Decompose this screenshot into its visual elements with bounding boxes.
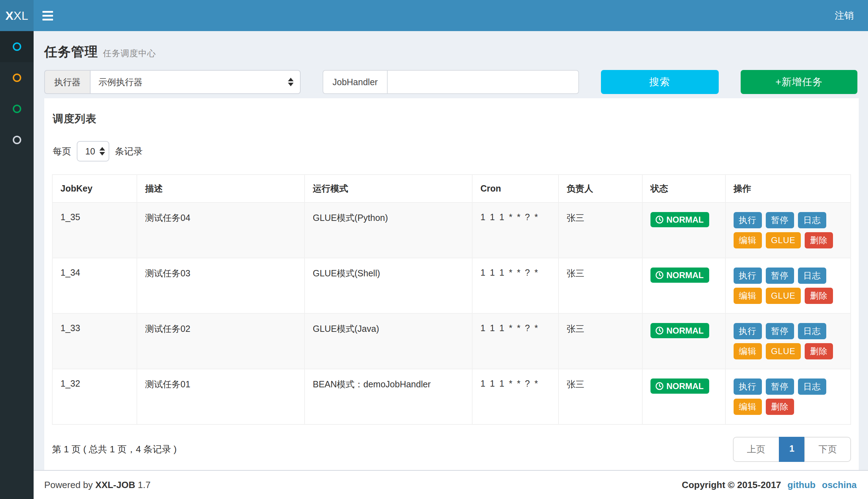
sidebar-item-2[interactable] bbox=[0, 62, 34, 93]
job-table: JobKey描述运行模式Cron负责人状态操作 1_35测试任务04GLUE模式… bbox=[52, 174, 851, 425]
main-footer: Powered by XXL-JOB 1.7 Copyright © 2015-… bbox=[34, 470, 868, 499]
sidebar-item-4[interactable] bbox=[0, 124, 34, 155]
edit-button[interactable]: 编辑 bbox=[734, 232, 762, 248]
sidebar-item-1[interactable] bbox=[0, 31, 34, 62]
column-header: 描述 bbox=[137, 175, 305, 202]
executor-filter-group: 执行器 示例执行器 bbox=[44, 70, 301, 94]
run-button[interactable]: 执行 bbox=[734, 323, 762, 339]
prev-page-button[interactable]: 上页 bbox=[733, 437, 780, 462]
pause-button[interactable]: 暂停 bbox=[766, 323, 794, 339]
executor-label: 执行器 bbox=[44, 70, 90, 94]
job-actions: 执行暂停日志编辑GLUE删除 bbox=[734, 268, 843, 304]
log-button[interactable]: 日志 bbox=[798, 268, 826, 284]
column-header: Cron bbox=[472, 175, 559, 202]
delete-button[interactable]: 删除 bbox=[805, 288, 833, 304]
search-button[interactable]: 搜索 bbox=[601, 70, 719, 94]
executor-select[interactable]: 示例执行器 bbox=[90, 70, 301, 94]
pager: 上页 1 下页 bbox=[733, 437, 851, 462]
job-cron: 1 1 1 * * ? * bbox=[472, 313, 559, 369]
delete-button[interactable]: 删除 bbox=[805, 343, 833, 359]
jobhandler-input[interactable] bbox=[387, 70, 579, 94]
job-actions: 执行暂停日志编辑删除 bbox=[734, 378, 843, 415]
pause-button[interactable]: 暂停 bbox=[766, 212, 794, 228]
content-header: 任务管理任务调度中心 bbox=[34, 31, 868, 70]
edit-button[interactable]: 编辑 bbox=[734, 343, 762, 359]
github-link[interactable]: github bbox=[787, 480, 815, 491]
job-actions-cell: 执行暂停日志编辑GLUE删除 bbox=[725, 202, 851, 258]
table-row: 1_33测试任务02GLUE模式(Java)1 1 1 * * ? *张三NOR… bbox=[52, 313, 851, 369]
clock-icon bbox=[655, 271, 664, 280]
circle-icon bbox=[13, 136, 21, 144]
product-name: XXL-JOB bbox=[96, 480, 135, 490]
logo-text-bold: X bbox=[5, 9, 13, 23]
job-key: 1_33 bbox=[52, 313, 137, 369]
delete-button[interactable]: 删除 bbox=[766, 399, 794, 415]
job-mode: GLUE模式(Shell) bbox=[305, 258, 472, 313]
logout-link[interactable]: 注销 bbox=[821, 0, 868, 31]
log-button[interactable]: 日志 bbox=[798, 378, 826, 395]
log-button[interactable]: 日志 bbox=[798, 323, 826, 339]
page-size-suffix: 条记录 bbox=[115, 145, 143, 158]
job-cron: 1 1 1 * * ? * bbox=[472, 258, 559, 313]
edit-button[interactable]: 编辑 bbox=[734, 288, 762, 304]
table-body: 1_35测试任务04GLUE模式(Python)1 1 1 * * ? *张三N… bbox=[52, 202, 851, 424]
page-size-select[interactable]: 10 bbox=[77, 141, 109, 162]
status-badge: NORMAL bbox=[650, 212, 709, 227]
oschina-link[interactable]: oschina bbox=[822, 480, 857, 491]
page-subtitle: 任务调度中心 bbox=[103, 48, 156, 58]
job-key: 1_32 bbox=[52, 369, 137, 424]
job-mode: GLUE模式(Python) bbox=[305, 202, 472, 258]
sidebar-item-3[interactable] bbox=[0, 93, 34, 124]
hamburger-icon bbox=[42, 11, 53, 13]
run-button[interactable]: 执行 bbox=[734, 212, 762, 228]
job-actions-cell: 执行暂停日志编辑删除 bbox=[725, 369, 851, 424]
job-mode: GLUE模式(Java) bbox=[305, 313, 472, 369]
pause-button[interactable]: 暂停 bbox=[766, 378, 794, 395]
current-page-button[interactable]: 1 bbox=[779, 437, 805, 462]
job-owner: 张三 bbox=[559, 202, 642, 258]
powered-by: Powered by XXL-JOB 1.7 bbox=[44, 480, 151, 491]
job-cron: 1 1 1 * * ? * bbox=[472, 369, 559, 424]
glue-button[interactable]: GLUE bbox=[766, 343, 801, 359]
sidebar-toggle-button[interactable] bbox=[34, 0, 62, 31]
job-actions-cell: 执行暂停日志编辑GLUE删除 bbox=[725, 313, 851, 369]
glue-button[interactable]: GLUE bbox=[766, 288, 801, 304]
clock-icon bbox=[655, 326, 664, 335]
job-mode: BEAN模式：demoJobHandler bbox=[305, 369, 472, 424]
job-cron: 1 1 1 * * ? * bbox=[472, 202, 559, 258]
status-badge: NORMAL bbox=[650, 378, 709, 394]
footer-links: githuboschina bbox=[787, 480, 857, 491]
page-size-prefix: 每页 bbox=[53, 145, 71, 158]
delete-button[interactable]: 删除 bbox=[805, 232, 833, 248]
job-status-cell: NORMAL bbox=[642, 369, 725, 424]
next-page-button[interactable]: 下页 bbox=[804, 437, 851, 462]
sidebar-nav bbox=[0, 31, 34, 155]
log-button[interactable]: 日志 bbox=[798, 212, 826, 228]
circle-icon bbox=[13, 105, 21, 113]
run-button[interactable]: 执行 bbox=[734, 268, 762, 284]
glue-button[interactable]: GLUE bbox=[766, 232, 801, 248]
top-navbar: XXL 注销 bbox=[0, 0, 868, 31]
page-size-value: 10 bbox=[85, 146, 95, 157]
edit-button[interactable]: 编辑 bbox=[734, 399, 762, 415]
copyright-text: Copyright © 2015-2017 bbox=[682, 480, 781, 491]
status-text: NORMAL bbox=[666, 271, 704, 280]
job-status-cell: NORMAL bbox=[642, 313, 725, 369]
filter-toolbar: 执行器 示例执行器 JobHandler 搜索 +新增任务 bbox=[34, 70, 868, 94]
app-root: XXL 注销 任务管理任务调度中心 执行器 示例执行器 J bbox=[0, 0, 868, 499]
pause-button[interactable]: 暂停 bbox=[766, 268, 794, 284]
hamburger-icon bbox=[42, 15, 53, 17]
column-header: JobKey bbox=[52, 175, 137, 202]
page-title: 任务管理 bbox=[44, 45, 98, 59]
table-row: 1_34测试任务03GLUE模式(Shell)1 1 1 * * ? *张三NO… bbox=[52, 258, 851, 313]
column-header: 状态 bbox=[642, 175, 725, 202]
job-key: 1_35 bbox=[52, 202, 137, 258]
job-owner: 张三 bbox=[559, 313, 642, 369]
clock-icon bbox=[655, 215, 664, 224]
column-header: 负责人 bbox=[559, 175, 642, 202]
add-job-button[interactable]: +新增任务 bbox=[741, 70, 857, 94]
job-actions: 执行暂停日志编辑GLUE删除 bbox=[734, 323, 843, 359]
schedule-list-panel: 调度列表 每页 10 条记录 JobKey描述运行模式Cron负责人状态操作 1… bbox=[44, 98, 859, 471]
app-logo[interactable]: XXL bbox=[0, 0, 34, 31]
run-button[interactable]: 执行 bbox=[734, 378, 762, 395]
